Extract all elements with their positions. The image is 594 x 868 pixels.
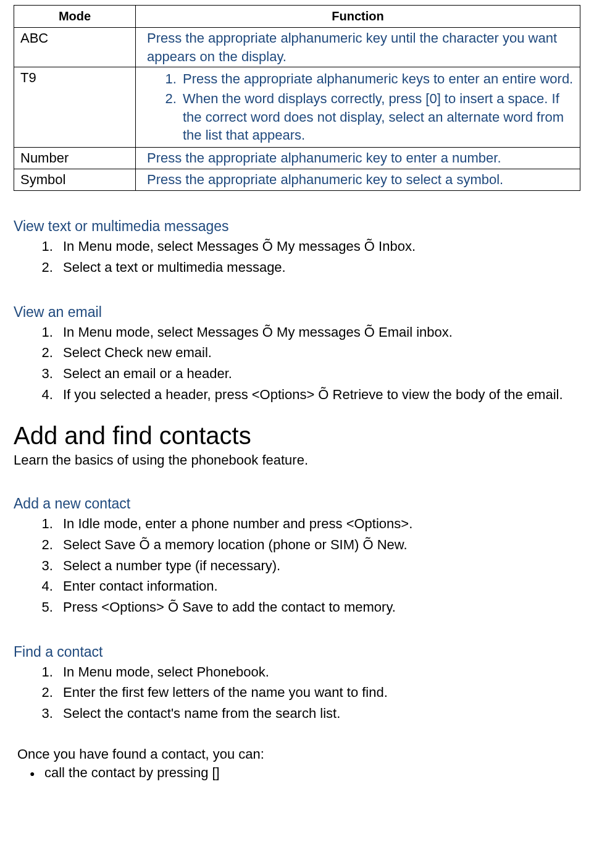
table-row: ABC Press the appropriate alphanumeric k… (14, 28, 580, 67)
function-cell: Press the appropriate alphanumeric key t… (136, 169, 580, 191)
section-heading-view-email: View an email (14, 304, 580, 321)
header-function: Function (136, 6, 580, 28)
heading-add-find-contacts: Add and find contacts (14, 422, 580, 450)
table-row: Symbol Press the appropriate alphanumeri… (14, 169, 580, 191)
step-item: If you selected a header, press <Options… (57, 386, 580, 404)
steps-find-contact: In Menu mode, select Phonebook. Enter th… (14, 663, 580, 723)
document-page: Mode Function ABC Press the appropriate … (0, 5, 594, 793)
step-item: In Menu mode, select Messages Õ My messa… (57, 323, 580, 342)
step-item: In Menu mode, select Messages Õ My messa… (57, 237, 580, 256)
header-mode: Mode (14, 6, 136, 28)
step-item: Select the contact's name from the searc… (57, 704, 580, 723)
section-heading-add-contact: Add a new contact (14, 495, 580, 512)
function-steps: Press the appropriate alphanumeric keys … (147, 70, 574, 145)
step-item: Enter contact information. (57, 577, 580, 596)
found-contact-bullets: call the contact by pressing [] (14, 765, 580, 781)
mode-cell: T9 (14, 67, 136, 148)
step-item: Select Save Õ a memory location (phone o… (57, 536, 580, 554)
table-header-row: Mode Function (14, 6, 580, 28)
step-item: Select Check new email. (57, 343, 580, 362)
step-item: In Menu mode, select Phonebook. (57, 663, 580, 681)
step-item: In Idle mode, enter a phone number and p… (57, 515, 580, 533)
found-contact-text: Once you have found a contact, you can: (17, 746, 580, 762)
steps-view-messages: In Menu mode, select Messages Õ My messa… (14, 237, 580, 276)
function-step: Press the appropriate alphanumeric keys … (180, 70, 574, 88)
function-cell: Press the appropriate alphanumeric key u… (136, 28, 580, 67)
function-cell: Press the appropriate alphanumeric key t… (136, 148, 580, 169)
section-heading-view-messages: View text or multimedia messages (14, 218, 580, 235)
step-item: Enter the first few letters of the name … (57, 683, 580, 702)
steps-add-contact: In Idle mode, enter a phone number and p… (14, 515, 580, 616)
step-item: Select a text or multimedia message. (57, 258, 580, 277)
function-step: When the word displays correctly, press … (180, 90, 574, 145)
subtitle-contacts: Learn the basics of using the phonebook … (14, 452, 580, 468)
steps-view-email: In Menu mode, select Messages Õ My messa… (14, 323, 580, 404)
step-item: Select an email or a header. (57, 364, 580, 383)
bullet-item: call the contact by pressing [] (44, 765, 580, 781)
section-heading-find-contact: Find a contact (14, 644, 580, 660)
mode-cell: Symbol (14, 169, 136, 191)
mode-cell: Number (14, 148, 136, 169)
table-row: Number Press the appropriate alphanumeri… (14, 148, 580, 169)
table-row: T9 Press the appropriate alphanumeric ke… (14, 67, 580, 148)
step-item: Select a number type (if necessary). (57, 557, 580, 575)
mode-cell: ABC (14, 28, 136, 67)
mode-function-table: Mode Function ABC Press the appropriate … (14, 5, 580, 191)
step-item: Press <Options> Õ Save to add the contac… (57, 598, 580, 617)
function-cell: Press the appropriate alphanumeric keys … (136, 67, 580, 148)
